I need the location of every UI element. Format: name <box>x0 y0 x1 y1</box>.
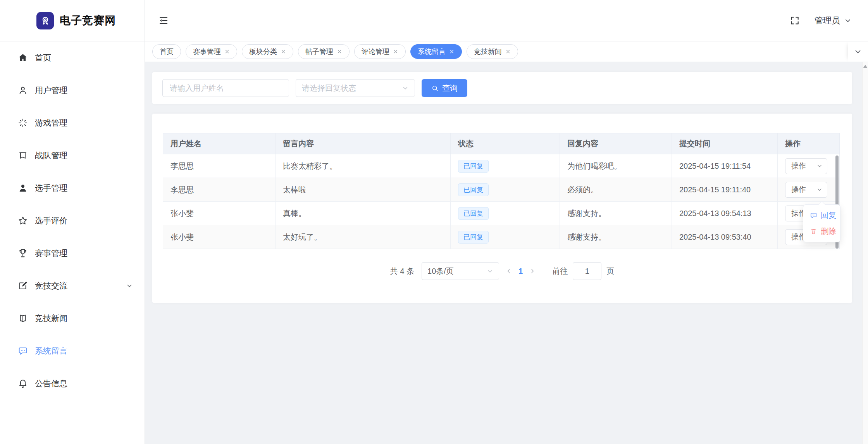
tab-system-messages[interactable]: 系统留言 <box>410 44 462 59</box>
tab-event-mgmt[interactable]: 赛事管理 <box>186 44 237 59</box>
cell-username: 李思思 <box>163 178 276 202</box>
chevron-down-icon[interactable] <box>812 159 827 174</box>
action-dropdown-menu: 回复 删除 <box>803 204 840 242</box>
sidebar-item-players[interactable]: 选手管理 <box>0 172 145 204</box>
home-icon <box>17 52 29 64</box>
tab-post-mgmt[interactable]: 帖子管理 <box>298 44 350 59</box>
sidebar-menu: 首页 用户管理 游戏管理 <box>0 41 145 400</box>
close-icon[interactable] <box>224 49 230 54</box>
close-icon[interactable] <box>393 49 398 54</box>
col-time: 提交时间 <box>672 133 778 154</box>
game-icon <box>17 117 29 129</box>
page-size-select[interactable]: 10条/页 <box>422 262 499 280</box>
sidebar-item-teams[interactable]: 战队管理 <box>0 139 145 172</box>
close-icon[interactable] <box>337 49 342 54</box>
page-unit-label: 页 <box>606 266 614 276</box>
tab-label: 系统留言 <box>418 47 446 56</box>
sidebar-item-player-reviews[interactable]: 选手评价 <box>0 204 145 237</box>
fullscreen-icon[interactable] <box>790 16 800 26</box>
goto-label: 前往 <box>552 266 568 276</box>
col-actions: 操作 <box>778 133 840 154</box>
trophy-icon <box>17 247 29 259</box>
cell-content: 太棒啦 <box>276 178 451 202</box>
team-icon <box>17 150 29 161</box>
chevron-down-icon <box>402 85 409 92</box>
table-row: 张小斐 真棒。 已回复 感谢支持。 2025-04-13 09:54:13 操作 <box>163 202 840 225</box>
chevron-down-icon <box>487 268 493 275</box>
user-name: 管理员 <box>815 15 840 26</box>
cell-status: 已回复 <box>451 154 560 178</box>
sidebar-item-label: 首页 <box>35 52 51 63</box>
cell-username: 张小斐 <box>163 202 276 225</box>
user-menu[interactable]: 管理员 <box>815 15 852 26</box>
sidebar-item-games[interactable]: 游戏管理 <box>0 107 145 139</box>
edit-icon <box>17 280 29 292</box>
menu-item-label: 回复 <box>821 210 836 221</box>
chevron-down-icon <box>126 282 133 289</box>
close-icon[interactable] <box>281 49 286 54</box>
menu-item-delete[interactable]: 删除 <box>803 223 840 239</box>
player-icon <box>17 182 29 194</box>
prev-page-icon[interactable] <box>505 268 512 275</box>
sidebar-item-label: 竞技交流 <box>35 280 67 291</box>
close-icon[interactable] <box>449 49 455 54</box>
close-icon[interactable] <box>505 49 511 54</box>
collapse-menu-icon[interactable] <box>158 15 169 26</box>
main-area: 管理员 首页 赛事管理 板块分类 帖子管理 评论管理 系统留言 竞技新闻 <box>145 0 868 444</box>
pagination-total: 共 4 条 <box>390 266 414 276</box>
messages-table: 用户姓名 留言内容 状态 回复内容 提交时间 操作 李思 <box>163 133 839 249</box>
tab-label: 帖子管理 <box>305 47 333 56</box>
sidebar-item-exchange[interactable]: 竞技交流 <box>0 270 145 302</box>
sidebar-item-news[interactable]: 竞技新闻 <box>0 302 145 335</box>
sidebar-item-messages[interactable]: 系统留言 <box>0 335 145 367</box>
page-scrollbar[interactable] <box>862 62 868 444</box>
sidebar-item-label: 系统留言 <box>35 346 67 356</box>
query-button[interactable]: 查询 <box>422 79 467 97</box>
sidebar-item-label: 选手管理 <box>35 183 67 193</box>
chevron-down-icon[interactable] <box>812 182 827 197</box>
cell-time: 2025-04-13 09:53:40 <box>672 225 778 249</box>
cell-content: 太好玩了。 <box>276 225 451 249</box>
sidebar-item-home[interactable]: 首页 <box>0 41 145 74</box>
logo: 电子竞赛网 <box>0 0 145 41</box>
username-input[interactable] <box>162 79 289 97</box>
search-bar: 请选择回复状态 查询 <box>152 72 852 104</box>
reply-icon <box>810 212 817 219</box>
messages-panel: 用户姓名 留言内容 状态 回复内容 提交时间 操作 李思 <box>152 114 852 303</box>
goto-page-input[interactable] <box>573 262 601 280</box>
tab-esports-news[interactable]: 竞技新闻 <box>467 44 518 59</box>
action-dropdown-button[interactable]: 操作 <box>785 158 827 174</box>
select-placeholder: 请选择回复状态 <box>302 83 356 93</box>
page-number-1[interactable]: 1 <box>518 267 523 276</box>
tab-board-category[interactable]: 板块分类 <box>242 44 293 59</box>
next-page-icon[interactable] <box>529 268 536 275</box>
sidebar-item-label: 战队管理 <box>35 150 67 161</box>
sidebar-item-announcements[interactable]: 公告信息 <box>0 367 145 400</box>
tabbar: 首页 赛事管理 板块分类 帖子管理 评论管理 系统留言 竞技新闻 <box>145 41 868 62</box>
sidebar-item-label: 用户管理 <box>35 85 67 96</box>
menu-item-reply[interactable]: 回复 <box>803 207 840 223</box>
page-size-value: 10条/页 <box>427 266 454 276</box>
sidebar-item-label: 赛事管理 <box>35 248 67 259</box>
col-username: 用户姓名 <box>163 133 276 154</box>
col-status: 状态 <box>451 133 560 154</box>
status-badge: 已回复 <box>458 231 489 244</box>
topbar-right: 管理员 <box>790 15 852 26</box>
content-wrap: 请选择回复状态 查询 <box>145 62 868 444</box>
sidebar: 电子竞赛网 首页 用户管理 游戏管理 <box>0 0 145 444</box>
tab-home[interactable]: 首页 <box>152 44 181 59</box>
action-dropdown-button[interactable]: 操作 <box>785 182 827 198</box>
sidebar-item-label: 选手评价 <box>35 215 67 226</box>
cell-content: 比赛太精彩了。 <box>276 154 451 178</box>
scroll-up-icon[interactable] <box>863 65 868 68</box>
tab-label: 赛事管理 <box>193 47 221 56</box>
cell-status: 已回复 <box>451 202 560 225</box>
sidebar-item-users[interactable]: 用户管理 <box>0 74 145 107</box>
cell-actions: 操作 <box>778 178 840 202</box>
query-button-label: 查询 <box>442 83 458 93</box>
sidebar-item-events[interactable]: 赛事管理 <box>0 237 145 270</box>
app-title: 电子竞赛网 <box>60 13 116 28</box>
tab-overflow-button[interactable] <box>848 41 868 62</box>
reply-status-select[interactable]: 请选择回复状态 <box>296 79 415 97</box>
tab-comment-mgmt[interactable]: 评论管理 <box>354 44 406 59</box>
